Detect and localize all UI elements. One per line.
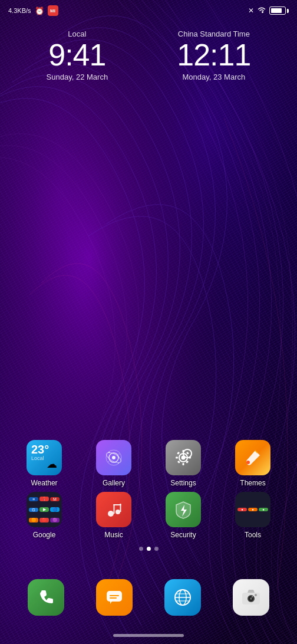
tools-app-label: Tools bbox=[245, 531, 261, 539]
app-item-gallery[interactable]: Gallery bbox=[90, 440, 137, 487]
local-clock-label: Local bbox=[47, 29, 108, 38]
svg-rect-15 bbox=[176, 457, 178, 459]
page-dot-1[interactable] bbox=[147, 547, 151, 551]
app-item-tools[interactable]: ● ● ● Tools bbox=[229, 492, 276, 539]
google-app-label: Google bbox=[33, 531, 56, 539]
svg-rect-19 bbox=[177, 461, 180, 464]
svg-point-22 bbox=[108, 511, 114, 517]
svg-rect-17 bbox=[177, 452, 180, 455]
dock bbox=[0, 579, 297, 616]
page-dots bbox=[0, 547, 297, 551]
svg-point-9 bbox=[108, 461, 109, 462]
page-dot-2[interactable] bbox=[154, 547, 159, 551]
local-clock-date: Sunday, 22 March bbox=[47, 73, 108, 81]
svg-point-23 bbox=[116, 510, 120, 514]
settings-app-icon bbox=[166, 440, 201, 475]
app-item-settings[interactable]: Settings bbox=[160, 440, 207, 487]
gallery-app-icon bbox=[96, 440, 131, 475]
gallery-app-label: Gallery bbox=[103, 479, 125, 487]
themes-app-label: Themes bbox=[240, 479, 265, 487]
svg-marker-34 bbox=[248, 590, 255, 593]
svg-rect-26 bbox=[114, 504, 121, 505]
themes-app-icon bbox=[235, 440, 270, 475]
music-app-label: Music bbox=[104, 531, 123, 539]
app-item-music[interactable]: Music bbox=[90, 492, 137, 539]
security-app-label: Security bbox=[170, 531, 196, 539]
local-clock-time: 9:41 bbox=[47, 40, 108, 70]
status-left: 4.3KB/s ⏰ MI bbox=[8, 5, 58, 16]
app-item-security[interactable]: Security bbox=[160, 492, 207, 539]
svg-point-6 bbox=[112, 456, 116, 459]
svg-point-37 bbox=[250, 597, 252, 600]
tools-folder-icon: ● ● ● bbox=[235, 492, 270, 527]
battery-icon: 53 bbox=[269, 6, 289, 15]
app-item-weather[interactable]: 23° Local ☁ Weather bbox=[21, 440, 68, 487]
svg-point-12 bbox=[182, 456, 186, 460]
messages-app-icon bbox=[96, 579, 133, 616]
app-row-2: ≡ 📍 M G ▶ 🔵 bbox=[9, 492, 288, 539]
network-speed: 4.3KB/s bbox=[8, 7, 31, 14]
china-clock: China Standard Time 12:11 Monday, 23 Mar… bbox=[177, 29, 250, 81]
camera-app-icon bbox=[233, 579, 269, 616]
status-bar: 4.3KB/s ⏰ MI ✕ 53 bbox=[0, 0, 297, 21]
app-row-1: 23° Local ☁ Weather bbox=[9, 440, 288, 487]
dock-item-phone[interactable] bbox=[28, 579, 64, 616]
svg-rect-13 bbox=[183, 450, 184, 452]
app-item-google[interactable]: ≡ 📍 M G ▶ 🔵 bbox=[21, 492, 68, 539]
app-grid: 23° Local ☁ Weather bbox=[0, 440, 297, 544]
dual-clock: Local 9:41 Sunday, 22 March China Standa… bbox=[0, 29, 297, 81]
cloud-icon: ☁ bbox=[47, 458, 57, 471]
svg-rect-24 bbox=[114, 504, 115, 514]
close-notification-icon: ✕ bbox=[248, 6, 254, 15]
google-folder-icon: ≡ 📍 M G ▶ 🔵 bbox=[27, 492, 62, 527]
svg-rect-20 bbox=[186, 452, 189, 455]
phone-app-icon bbox=[28, 579, 64, 616]
svg-point-10 bbox=[118, 462, 119, 464]
wifi-icon bbox=[257, 6, 266, 15]
page-dot-0[interactable] bbox=[139, 547, 143, 551]
mi-notification-icon: MI bbox=[48, 5, 58, 16]
china-clock-time: 12:11 bbox=[177, 40, 250, 70]
svg-point-21 bbox=[246, 461, 250, 464]
app-item-themes[interactable]: Themes bbox=[229, 440, 276, 487]
home-indicator bbox=[113, 634, 184, 637]
svg-rect-14 bbox=[183, 463, 184, 465]
dock-item-messages[interactable] bbox=[96, 579, 133, 616]
weather-app-icon: 23° Local ☁ bbox=[27, 440, 62, 475]
svg-rect-16 bbox=[189, 457, 191, 459]
alarm-icon: ⏰ bbox=[35, 6, 44, 15]
dock-item-camera[interactable] bbox=[233, 579, 269, 616]
svg-point-8 bbox=[118, 454, 120, 455]
china-clock-label: China Standard Time bbox=[177, 29, 250, 38]
dock-item-browser[interactable] bbox=[164, 579, 201, 616]
local-clock: Local 9:41 Sunday, 22 March bbox=[47, 29, 108, 81]
music-app-icon bbox=[96, 492, 131, 527]
security-app-icon bbox=[166, 492, 201, 527]
status-right: ✕ 53 bbox=[248, 6, 289, 15]
svg-point-7 bbox=[108, 452, 110, 453]
svg-point-39 bbox=[252, 596, 253, 597]
weather-app-label: Weather bbox=[31, 479, 57, 487]
svg-point-38 bbox=[255, 594, 257, 596]
china-clock-date: Monday, 23 March bbox=[177, 73, 250, 81]
browser-app-icon bbox=[164, 579, 201, 616]
settings-app-label: Settings bbox=[170, 479, 196, 487]
